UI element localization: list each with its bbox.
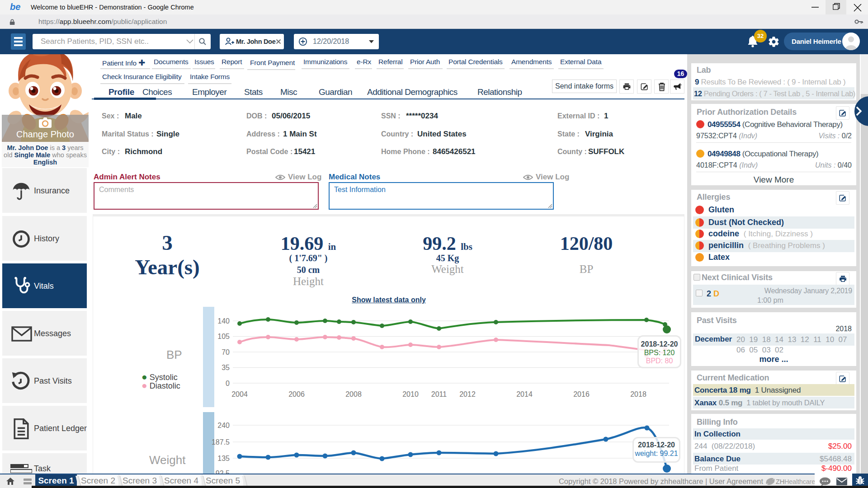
svg-text:0: 0 (226, 380, 230, 387)
svg-text:2004: 2004 (231, 390, 248, 398)
svg-text:187.5: 187.5 (212, 438, 230, 446)
svg-text:2006: 2006 (288, 390, 305, 398)
svg-text:92.5: 92.5 (216, 469, 230, 474)
svg-text:135: 135 (217, 455, 230, 462)
svg-text:2018: 2018 (630, 390, 646, 398)
svg-text:240: 240 (217, 422, 230, 429)
svg-text:2014: 2014 (516, 390, 533, 398)
svg-text:35: 35 (222, 364, 230, 371)
svg-text:70: 70 (222, 348, 230, 356)
svg-text:2011: 2011 (431, 390, 447, 398)
svg-text:2012: 2012 (459, 390, 476, 398)
svg-text:105: 105 (217, 333, 230, 340)
svg-text:140: 140 (217, 317, 230, 325)
svg-text:2016: 2016 (573, 390, 590, 398)
svg-text:2008: 2008 (345, 390, 362, 398)
svg-text:2010: 2010 (402, 390, 419, 398)
